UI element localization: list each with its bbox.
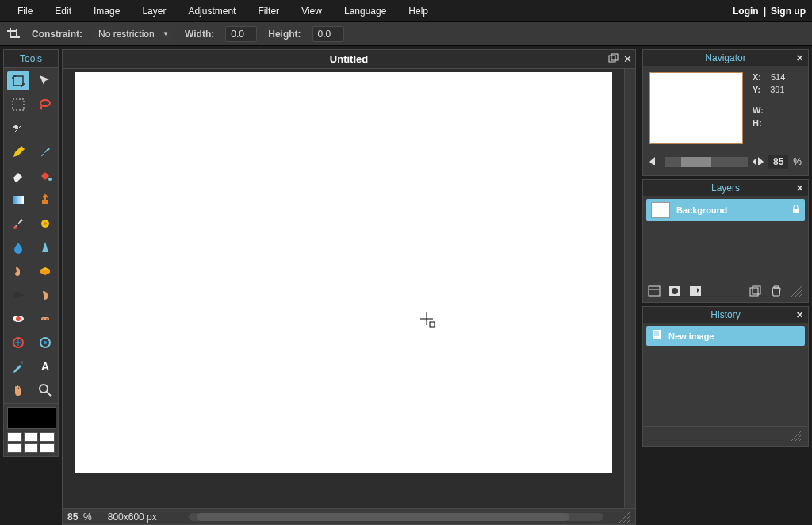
tools-panel: Tools A — [0, 46, 62, 525]
bloat-tool[interactable] — [7, 333, 29, 352]
delete-layer-icon[interactable] — [770, 285, 783, 299]
zoom-slider[interactable] — [665, 157, 748, 167]
svg-rect-1 — [13, 99, 24, 110]
zoom-tool[interactable] — [34, 381, 56, 400]
height-input[interactable] — [312, 26, 344, 42]
svg-point-20 — [40, 385, 48, 393]
smudge-tool[interactable] — [7, 262, 29, 281]
gradient-tool[interactable] — [7, 190, 29, 209]
wand-tool[interactable] — [7, 119, 29, 138]
menubar-left: File Edit Image Layer Adjustment Filter … — [6, 1, 439, 21]
constraint-select[interactable]: No restriction — [94, 26, 174, 42]
canvas-titlebar: Untitled ✕ — [62, 49, 636, 68]
swatch[interactable] — [24, 432, 39, 442]
menu-help[interactable]: Help — [397, 1, 439, 21]
eraser-tool[interactable] — [7, 167, 29, 186]
colorpicker-tool[interactable] — [7, 357, 29, 376]
lasso-tool[interactable] — [34, 95, 56, 114]
workspace: Tools A — [0, 46, 812, 525]
canvas[interactable] — [75, 72, 612, 473]
marquee-tool[interactable] — [7, 95, 29, 114]
right-panels: Navigator ✕ X:514 Y:391 W: H: 85 % — [639, 46, 812, 525]
pencil-tool[interactable] — [7, 143, 29, 162]
lock-icon[interactable] — [791, 205, 800, 216]
menu-adjustment[interactable]: Adjustment — [177, 1, 247, 21]
svg-rect-18 — [21, 361, 23, 364]
menu-view[interactable]: View — [290, 1, 333, 21]
menu-filter[interactable]: Filter — [247, 1, 290, 21]
swatch[interactable] — [7, 432, 22, 442]
layer-mask-icon[interactable] — [668, 285, 681, 299]
move-tool[interactable] — [34, 71, 56, 90]
resize-grip-icon[interactable] — [791, 285, 803, 299]
blur-tool[interactable] — [7, 238, 29, 257]
brush-tool[interactable] — [34, 143, 56, 162]
menu-image[interactable]: Image — [82, 1, 131, 21]
layer-styles-icon[interactable] — [689, 285, 702, 299]
layer-item[interactable]: Background — [646, 199, 805, 221]
empty-tool — [34, 119, 56, 138]
swatch[interactable] — [24, 443, 39, 453]
zoom-value: 85 — [67, 512, 78, 523]
menubar: File Edit Image Layer Adjustment Filter … — [0, 0, 812, 22]
svg-rect-21 — [609, 56, 615, 62]
pinch-tool[interactable] — [34, 333, 56, 352]
vertical-scrollbar[interactable] — [624, 69, 635, 508]
paint-bucket-tool[interactable] — [34, 167, 56, 186]
close-icon[interactable]: ✕ — [623, 53, 632, 65]
zoom-in-icon[interactable] — [753, 156, 764, 167]
svg-point-13 — [43, 318, 44, 320]
crop-tool[interactable] — [7, 71, 29, 90]
swatch[interactable] — [7, 443, 22, 453]
history-item[interactable]: New image — [646, 326, 805, 346]
optionbar: Constraint: No restriction Width: Height… — [0, 22, 812, 46]
draw-tool[interactable] — [34, 214, 56, 233]
divider: | — [764, 6, 766, 17]
restore-icon[interactable] — [608, 53, 619, 66]
zoom-value: 85 — [768, 155, 788, 169]
resize-grip-icon[interactable] — [791, 430, 803, 443]
swatch[interactable] — [40, 443, 55, 453]
navigator-preview[interactable] — [649, 72, 743, 144]
constraint-label: Constraint: — [32, 29, 82, 40]
clone-tool[interactable] — [34, 190, 56, 209]
crop-cursor-icon — [419, 311, 438, 332]
hand-tool[interactable] — [7, 381, 29, 400]
width-label: Width: — [185, 29, 214, 40]
width-input[interactable] — [225, 26, 257, 42]
close-icon[interactable]: ✕ — [796, 53, 803, 63]
color-swatches — [3, 404, 59, 457]
canvas-dimensions: 800x600 px — [108, 512, 157, 523]
red-eye-tool[interactable] — [7, 309, 29, 328]
color-replace-tool[interactable] — [7, 214, 29, 233]
menu-language[interactable]: Language — [333, 1, 397, 21]
swatch[interactable] — [40, 432, 55, 442]
layer-name: Background — [676, 205, 785, 215]
signup-link[interactable]: Sign up — [771, 6, 806, 17]
tools-title: Tools — [3, 49, 59, 67]
height-label: Height: — [268, 29, 301, 40]
menu-file[interactable]: File — [6, 1, 44, 21]
svg-rect-4 — [13, 196, 24, 204]
zoom-out-icon[interactable] — [649, 156, 661, 167]
svg-point-6 — [13, 226, 17, 229]
close-icon[interactable]: ✕ — [796, 310, 803, 320]
sharpen-tool[interactable] — [34, 238, 56, 257]
login-link[interactable]: Login — [733, 6, 759, 17]
close-icon[interactable]: ✕ — [796, 183, 803, 194]
svg-rect-24 — [793, 209, 799, 213]
duplicate-layer-icon[interactable] — [749, 285, 762, 299]
dodge-tool[interactable] — [7, 285, 29, 305]
resize-grip-icon[interactable] — [619, 512, 630, 523]
sponge-tool[interactable] — [34, 262, 56, 281]
horizontal-scrollbar[interactable] — [189, 513, 603, 521]
menu-layer[interactable]: Layer — [131, 1, 177, 21]
new-layer-icon[interactable] — [648, 285, 661, 299]
menu-edit[interactable]: Edit — [44, 1, 82, 21]
spot-heal-tool[interactable] — [34, 309, 56, 328]
auth-links: Login | Sign up — [733, 6, 806, 17]
history-title: History — [710, 309, 740, 320]
burn-tool[interactable] — [34, 285, 56, 305]
type-tool[interactable]: A — [34, 357, 56, 376]
foreground-color[interactable] — [7, 407, 56, 429]
